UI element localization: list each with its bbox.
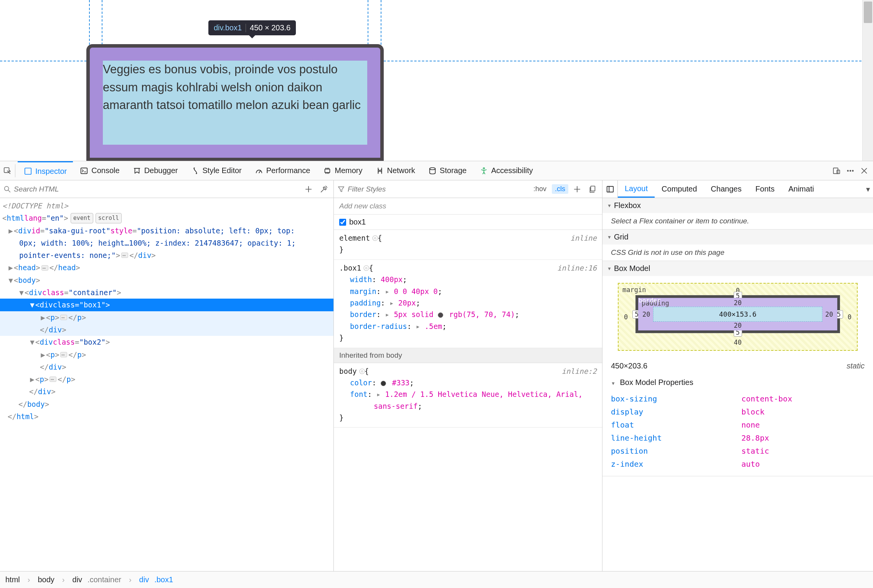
hov-button[interactable]: :hov <box>530 184 550 194</box>
svg-point-9 <box>850 170 851 171</box>
doctype: <!DOCTYPE html> <box>2 200 68 212</box>
eyedropper-button[interactable] <box>317 183 330 196</box>
highlighted-element-box1: Veggies es bonus vobis, proinde vos post… <box>86 44 384 161</box>
grip-icon: ⦾ <box>372 232 378 238</box>
copy-styles-button[interactable] <box>586 183 599 196</box>
right-tab-fonts[interactable]: Fonts <box>748 180 781 198</box>
box-model-properties: box-sizingcontent-box displayblock float… <box>602 391 873 476</box>
border-label: border <box>639 297 661 304</box>
element-tooltip: div.box1 450 × 203.6 <box>208 20 296 35</box>
rule-element[interactable]: element ⦾ {inline } <box>334 230 602 260</box>
boxmodel-section-header[interactable]: ▼Box Model <box>602 261 873 276</box>
tab-console[interactable]: Console <box>74 161 125 180</box>
class-checkbox-input[interactable] <box>339 219 346 226</box>
right-tab-animations[interactable]: Animati <box>781 180 821 198</box>
tab-style-editor-label: Style Editor <box>203 166 242 175</box>
add-element-button[interactable] <box>302 183 315 196</box>
devtools-toolbar: Inspector Console Debugger Style Editor … <box>0 161 873 180</box>
preview-pane: Veggies es bonus vobis, proinde vos post… <box>0 0 873 161</box>
svg-rect-6 <box>833 168 838 173</box>
dom-tree[interactable]: <!DOCTYPE html> <html lang="en">eventscr… <box>0 198 333 571</box>
cls-button[interactable]: .cls <box>552 184 568 194</box>
close-devtools-button[interactable] <box>858 164 871 177</box>
right-tabs-overflow[interactable]: ▾ <box>863 185 873 194</box>
tab-accessibility-label: Accessibility <box>491 166 533 175</box>
svg-point-11 <box>5 186 9 190</box>
badge-event[interactable]: event <box>71 213 93 224</box>
responsive-design-button[interactable] <box>830 164 843 177</box>
tab-accessibility[interactable]: Accessibility <box>474 161 539 180</box>
rule-box1[interactable]: .box1 ⦾ {inline:16 width: 400px; margin:… <box>334 260 602 348</box>
color-swatch[interactable] <box>438 312 443 318</box>
tab-memory-label: Memory <box>335 166 362 175</box>
svg-point-5 <box>483 167 485 169</box>
tooltip-dims: 450 × 203.6 <box>250 23 290 32</box>
box-position: static <box>847 362 865 370</box>
class-checkbox-box1[interactable]: box1 <box>334 215 602 230</box>
preview-scrollbar[interactable] <box>862 0 873 161</box>
margin-label: margin <box>622 286 646 294</box>
tab-debugger[interactable]: Debugger <box>127 161 184 180</box>
box1-text: Veggies es bonus vobis, proinde vos post… <box>103 63 361 112</box>
tab-inspector[interactable]: Inspector <box>18 161 73 180</box>
svg-rect-12 <box>591 186 595 191</box>
ellipsis-icon[interactable] <box>60 315 67 320</box>
ellipsis-icon[interactable] <box>50 377 56 382</box>
grid-body: CSS Grid is not in use on this page <box>602 244 873 261</box>
layout-pane: Layout Computed Changes Fonts Animati ▾ … <box>602 180 873 571</box>
styles-pane: :hov .cls Add new class box1 element ⦾ {… <box>334 180 602 571</box>
search-icon <box>3 185 12 193</box>
badge-scroll[interactable]: scroll <box>96 213 122 224</box>
kebab-menu-button[interactable] <box>844 164 857 177</box>
tab-memory[interactable]: Memory <box>317 161 368 180</box>
flexbox-body: Select a Flex container or item to conti… <box>602 213 873 229</box>
breadcrumb[interactable]: html› body› div.container› div.box1 <box>0 571 873 588</box>
tab-performance[interactable]: Performance <box>249 161 317 180</box>
tab-storage-label: Storage <box>440 166 467 175</box>
ellipsis-icon[interactable] <box>121 253 128 258</box>
add-new-class-input[interactable]: Add new class <box>334 198 602 215</box>
box-dims: 450×203.6 <box>611 362 647 370</box>
svg-point-10 <box>852 170 853 171</box>
selected-node-box1[interactable]: ▼<div class="box1"> <box>0 299 333 311</box>
box-model-properties-header[interactable]: ▼ Box Model Properties <box>602 374 873 391</box>
rule-body[interactable]: body ⦾ {inline:2 color: #333; font: ▸ 1.… <box>334 363 602 428</box>
filter-icon <box>337 185 345 193</box>
tooltip-class: .box1 <box>223 23 242 32</box>
svg-point-8 <box>847 170 848 171</box>
tab-inspector-label: Inspector <box>35 167 67 176</box>
tooltip-tag: div <box>214 23 223 32</box>
tab-performance-label: Performance <box>266 166 310 175</box>
new-rule-button[interactable] <box>571 183 584 196</box>
tab-debugger-label: Debugger <box>144 166 178 175</box>
svg-rect-13 <box>607 186 613 192</box>
inherited-from-label: Inherited from body <box>334 348 602 363</box>
content-dims: 400×153.6 <box>653 307 822 322</box>
tab-console-label: Console <box>91 166 119 175</box>
dom-pane: <!DOCTYPE html> <html lang="en">eventscr… <box>0 180 334 571</box>
grid-section-header[interactable]: ▼Grid <box>602 230 873 244</box>
right-tab-layout[interactable]: Layout <box>618 180 655 198</box>
right-tab-changes[interactable]: Changes <box>704 180 748 198</box>
color-swatch[interactable] <box>381 381 386 386</box>
tab-style-editor[interactable]: Style Editor <box>185 161 248 180</box>
right-tab-computed[interactable]: Computed <box>655 180 704 198</box>
grip-icon: ⦾ <box>359 365 365 371</box>
dom-search-input[interactable] <box>14 185 300 193</box>
ellipsis-icon[interactable] <box>41 265 48 271</box>
tab-network[interactable]: Network <box>370 161 421 180</box>
flexbox-section-header[interactable]: ▼Flexbox <box>602 198 873 213</box>
svg-rect-2 <box>81 168 87 173</box>
tab-storage[interactable]: Storage <box>422 161 473 180</box>
box-model-diagram[interactable]: margin 0 40 0 0 border 5 5 5 5 <box>602 276 873 358</box>
ellipsis-icon[interactable] <box>60 352 67 357</box>
filter-styles-input[interactable] <box>348 185 528 193</box>
element-picker-button[interactable] <box>2 164 15 177</box>
svg-point-4 <box>430 167 436 170</box>
tab-network-label: Network <box>387 166 415 175</box>
sidebar-toggle-icon[interactable] <box>602 180 618 198</box>
svg-rect-1 <box>25 168 31 175</box>
svg-rect-7 <box>837 170 840 173</box>
grip-icon: ⦾ <box>363 262 369 268</box>
svg-rect-3 <box>325 169 330 172</box>
